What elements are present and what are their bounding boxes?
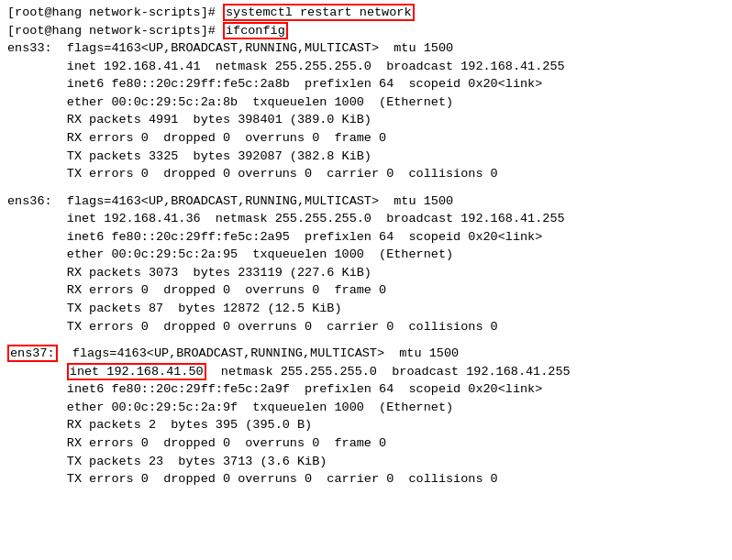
ens33-ether: ether 00:0c:29:5c:2a:8b txqueuelen 1000 … <box>7 93 725 112</box>
terminal-output: [root@hang network-scripts]# systemctl r… <box>7 4 725 489</box>
ens37-header: ens37: flags=4163<UP,BROADCAST,RUNNING,M… <box>7 345 725 363</box>
ens37-rx-packets: RX packets 2 bytes 395 (395.0 B) <box>7 416 725 434</box>
ens37-inet-highlight: inet 192.168.41.50 <box>67 363 206 380</box>
ens36-inet6: inet6 fe80::20c:29ff:fe5c:2a95 prefixlen… <box>7 228 725 247</box>
ens36-tx-packets: TX packets 87 bytes 12872 (12.5 KiB) <box>7 300 725 318</box>
ens37-ether: ether 00:0c:29:5c:2a:9f txqueuelen 1000 … <box>7 399 725 417</box>
ens36-rx-errors: RX errors 0 dropped 0 overruns 0 frame 0 <box>7 281 725 300</box>
ens37-label-highlight: ens37: <box>7 345 58 362</box>
ens37-inet6: inet6 fe80::20c:29ff:fe5c:2a9f prefixlen… <box>7 380 725 399</box>
command-line-2: [root@hang network-scripts]# ifconfig <box>7 22 725 40</box>
ens36-header: ens36: flags=4163<UP,BROADCAST,RUNNING,M… <box>7 192 725 211</box>
prompt-2: [root@hang network-scripts]# <box>7 24 223 38</box>
ens33-rx-errors: RX errors 0 dropped 0 overruns 0 frame 0 <box>7 129 725 148</box>
command-line-1: [root@hang network-scripts]# systemctl r… <box>7 4 725 22</box>
ens33-tx-packets: TX packets 3325 bytes 392087 (382.8 KiB) <box>7 148 725 166</box>
prompt-1: [root@hang network-scripts]# <box>7 5 223 19</box>
ens33-tx-errors: TX errors 0 dropped 0 overruns 0 carrier… <box>7 165 725 183</box>
ens37-inet: inet 192.168.41.50 netmask 255.255.255.0… <box>7 363 725 381</box>
ens37-rx-errors: RX errors 0 dropped 0 overruns 0 frame 0 <box>7 434 725 453</box>
ens37-tx-errors: TX errors 0 dropped 0 overruns 0 carrier… <box>7 470 725 489</box>
command-ifconfig: ifconfig <box>223 22 288 39</box>
gap-1 <box>7 183 725 192</box>
ens33-inet6: inet6 fe80::20c:29ff:fe5c:2a8b prefixlen… <box>7 75 725 93</box>
gap-2 <box>7 335 725 345</box>
command-restart-network: systemctl restart network <box>223 4 415 21</box>
ens36-ether: ether 00:0c:29:5c:2a:95 txqueuelen 1000 … <box>7 246 725 264</box>
ens33-header: ens33: flags=4163<UP,BROADCAST,RUNNING,M… <box>7 39 725 58</box>
ens36-inet: inet 192.168.41.36 netmask 255.255.255.0… <box>7 210 725 228</box>
ens36-rx-packets: RX packets 3073 bytes 233119 (227.6 KiB) <box>7 264 725 282</box>
ens33-rx-packets: RX packets 4991 bytes 398401 (389.0 KiB) <box>7 111 725 129</box>
ens33-inet: inet 192.168.41.41 netmask 255.255.255.0… <box>7 58 725 76</box>
ens36-tx-errors: TX errors 0 dropped 0 overruns 0 carrier… <box>7 318 725 336</box>
ens37-tx-packets: TX packets 23 bytes 3713 (3.6 KiB) <box>7 453 725 471</box>
